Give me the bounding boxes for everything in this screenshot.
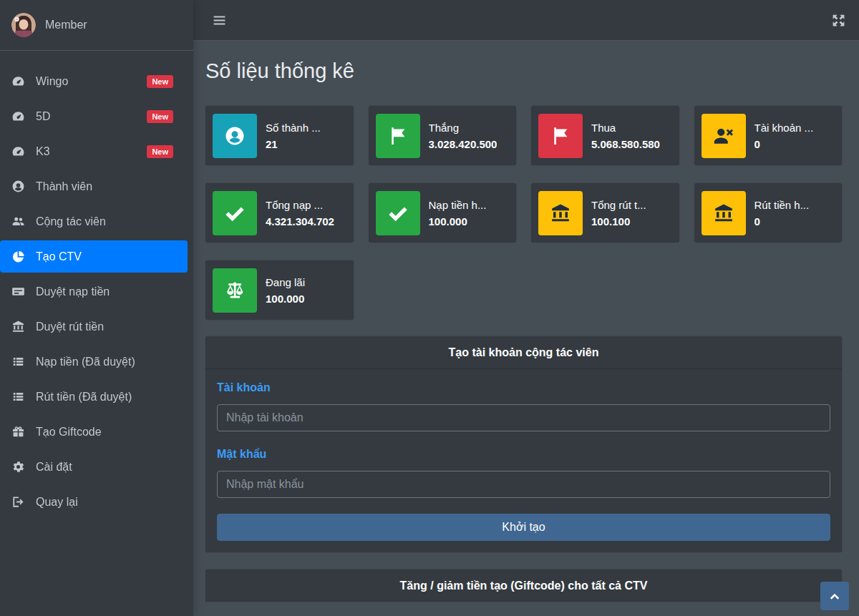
users-icon <box>11 215 31 228</box>
stat-content: Thắng3.028.420.500 <box>429 122 498 150</box>
sidebar-item-label: Tạo Giftcode <box>36 425 102 439</box>
sidebar-item-label: Thành viên <box>36 180 92 193</box>
user-avatar <box>11 13 36 37</box>
stat-value: 4.321.304.702 <box>266 215 334 228</box>
user-panel[interactable]: Member <box>0 0 193 51</box>
password-input[interactable] <box>217 471 830 498</box>
sidebar-item-cai-dat[interactable]: Cài đặt <box>0 451 188 483</box>
content: Số liệu thống kê Số thành ...21Thắng3.02… <box>193 41 859 602</box>
stat-label: Thắng <box>429 122 498 134</box>
stat-card-dang-lai: Đang lãi100.000 <box>205 260 354 320</box>
stat-label: Tổng nạp ... <box>266 199 334 211</box>
sidebar-item-label: Cài đặt <box>36 460 72 474</box>
stat-label: Tổng rút t... <box>591 199 646 211</box>
gear-icon <box>11 460 31 474</box>
page-title: Số liệu thống kê <box>205 59 842 83</box>
list-icon <box>11 355 31 368</box>
stat-content: Thua5.068.580.580 <box>591 122 660 150</box>
create-ctv-card: Tạo tài khoản cộng tác viên Tài khoản Mậ… <box>205 336 842 552</box>
new-badge: New <box>147 75 173 88</box>
sidebar-item-tao-giftcode[interactable]: Tạo Giftcode <box>0 416 188 448</box>
sidebar-item-tao-ctv[interactable]: Tạo CTV <box>0 240 188 273</box>
sidebar-item-quay-lai[interactable]: Quay lại <box>0 486 188 518</box>
stat-content: Rút tiền h...0 <box>754 199 810 228</box>
user-circle-icon <box>213 114 257 158</box>
stat-value: 100.100 <box>591 215 646 228</box>
bank-icon <box>702 191 746 235</box>
menu-toggle-icon[interactable] <box>212 13 227 28</box>
gauge-icon <box>11 145 31 158</box>
bank-icon <box>538 191 583 235</box>
stat-content: Đang lãi100.000 <box>266 276 305 305</box>
stat-label: Số thành ... <box>266 122 321 134</box>
new-badge: New <box>147 110 173 123</box>
create-button[interactable]: Khởi tạo <box>217 514 830 541</box>
sidebar-item-label: Nạp tiền (Đã duyệt) <box>36 355 135 368</box>
stat-card-tong-nap: Tổng nạp ...4.321.304.702 <box>205 183 354 243</box>
sidebar-item-cong-tac-vien[interactable]: Cộng tác viên <box>0 205 188 238</box>
stat-content: Tổng rút t...100.100 <box>591 199 646 228</box>
stat-label: Rút tiền h... <box>754 199 810 211</box>
money-check-icon <box>11 285 31 298</box>
topbar <box>193 0 859 41</box>
flag-icon <box>376 114 420 158</box>
stat-card-nap-tien-hom-nay: Nạp tiền h...100.000 <box>369 183 517 243</box>
username-group: Tài khoản <box>217 381 830 431</box>
stat-content: Tài khoản ...0 <box>754 122 814 150</box>
sidebar-item-thanh-vien[interactable]: Thành viên <box>0 170 188 202</box>
sidebar-item-label: Cộng tác viên <box>36 215 106 228</box>
gauge-icon <box>11 109 31 123</box>
sidebar-item-label: Quay lại <box>36 495 78 509</box>
check-icon <box>376 191 420 235</box>
user-x-icon <box>702 114 746 158</box>
stat-card-thang: Thắng3.028.420.500 <box>369 106 517 165</box>
check-icon <box>213 191 257 235</box>
create-ctv-card-title: Tạo tài khoản cộng tác viên <box>217 346 830 359</box>
sidebar-item-wingo[interactable]: WingoNew <box>0 65 188 97</box>
sidebar-item-label: Rút tiền (Đã duyệt) <box>36 390 132 404</box>
sidebar: Member WingoNew5DNewK3NewThành viênCộng … <box>0 0 193 616</box>
gauge-icon <box>11 74 31 88</box>
sidebar-item-label: Duyệt nạp tiền <box>36 285 110 298</box>
sidebar-item-5d[interactable]: 5DNew <box>0 100 188 132</box>
stat-content: Nạp tiền h...100.000 <box>429 199 487 228</box>
bank-icon <box>11 320 31 333</box>
stat-value: 100.000 <box>429 215 487 228</box>
sidebar-item-duyet-rut-tien[interactable]: Duyệt rút tiền <box>0 311 188 343</box>
new-badge: New <box>147 145 173 158</box>
balance-icon <box>213 268 257 313</box>
sidebar-nav: WingoNew5DNewK3NewThành viênCộng tác viê… <box>0 51 193 518</box>
username-label: Tài khoản <box>217 381 830 394</box>
stat-card-rut-tien-hom-nay: Rút tiền h...0 <box>694 183 843 243</box>
stat-value: 100.000 <box>266 293 305 305</box>
stat-card-thua: Thua5.068.580.580 <box>531 106 679 165</box>
create-ctv-card-body: Tài khoản Mật khẩu Khởi tạo <box>205 369 842 552</box>
sidebar-item-duyet-nap-tien[interactable]: Duyệt nạp tiền <box>0 275 188 308</box>
scroll-top-button[interactable] <box>820 582 849 610</box>
stat-content: Số thành ...21 <box>266 122 321 150</box>
user-name: Member <box>45 19 87 31</box>
list-icon <box>11 390 31 404</box>
sidebar-item-rut-tien-da-duyet[interactable]: Rút tiền (Đã duyệt) <box>0 381 188 413</box>
sign-out-icon <box>11 495 31 509</box>
giftcode-adjust-card-title: Tăng / giảm tiền tạo (Giftcode) cho tất … <box>217 579 830 592</box>
giftcode-adjust-card: Tăng / giảm tiền tạo (Giftcode) cho tất … <box>205 569 842 602</box>
password-label: Mật khẩu <box>217 447 830 461</box>
stat-value: 0 <box>754 138 814 150</box>
user-circle-icon <box>11 180 31 193</box>
sidebar-item-nap-tien-da-duyet[interactable]: Nạp tiền (Đã duyệt) <box>0 346 188 378</box>
stat-label: Đang lãi <box>266 276 305 288</box>
stat-value: 21 <box>266 138 321 150</box>
stat-label: Nạp tiền h... <box>429 199 487 211</box>
sidebar-item-k3[interactable]: K3New <box>0 135 188 167</box>
stat-value: 3.028.420.500 <box>429 138 498 150</box>
stat-label: Thua <box>591 122 660 134</box>
stat-label: Tài khoản ... <box>754 122 814 134</box>
sidebar-item-label: Duyệt rút tiền <box>36 320 104 333</box>
fullscreen-icon[interactable] <box>831 13 846 28</box>
username-input[interactable] <box>217 404 830 431</box>
stat-content: Tổng nạp ...4.321.304.702 <box>266 199 334 228</box>
stat-card-tai-khoan-khoa: Tài khoản ...0 <box>694 106 843 165</box>
stat-card-so-thanh-vien: Số thành ...21 <box>205 106 354 165</box>
sidebar-item-label: Wingo <box>36 74 68 88</box>
